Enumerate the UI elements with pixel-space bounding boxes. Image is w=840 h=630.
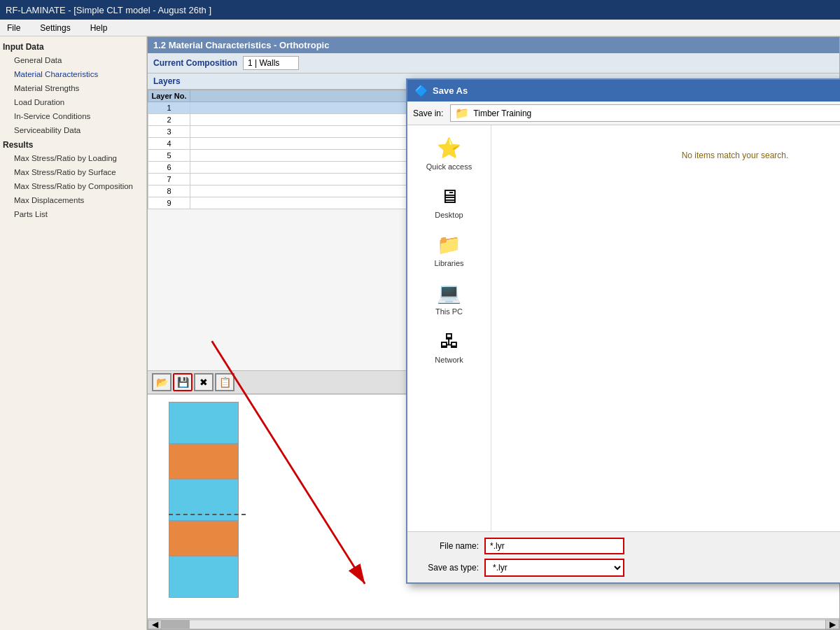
- sidebar-item-max-stress-loading[interactable]: Max Stress/Ratio by Loading: [3, 151, 144, 165]
- title-bar: RF-LAMINATE - [Simple CLT model - August…: [0, 0, 840, 20]
- nav-desktop[interactable]: 🖥 Desktop: [407, 179, 491, 225]
- this-pc-label: This PC: [435, 307, 463, 316]
- dialog-body: ⭐ Quick access 🖥 Desktop 📁 Libraries: [407, 125, 840, 531]
- sidebar-item-material-characteristics[interactable]: Material Characteristics: [3, 67, 144, 81]
- sidebar-item-max-stress-surface[interactable]: Max Stress/Ratio by Surface: [3, 165, 144, 179]
- file-name-input[interactable]: [484, 538, 624, 554]
- sidebar-item-general-data[interactable]: General Data: [3, 53, 144, 67]
- folder-icon: 📁: [455, 106, 469, 120]
- sidebar: Input Data General Data Material Charact…: [0, 36, 147, 630]
- dialog-toolbar: Save in: 📁 Timber Training ▼ ← ↑ 📁 ⊞▼: [407, 102, 840, 125]
- dialog-nav: ⭐ Quick access 🖥 Desktop 📁 Libraries: [407, 125, 491, 531]
- app-title: RF-LAMINATE - [Simple CLT model - August…: [6, 5, 211, 15]
- this-pc-icon: 💻: [437, 281, 461, 304]
- sidebar-item-material-strengths[interactable]: Material Strengths: [3, 81, 144, 95]
- menu-bar: File Settings Help: [0, 20, 840, 36]
- save-as-type-row: Save as type: *.lyr: [416, 559, 840, 577]
- dialog-title: Save As: [433, 85, 468, 96]
- nav-libraries[interactable]: 📁 Libraries: [407, 227, 491, 273]
- sidebar-item-serviceability[interactable]: Serviceability Data: [3, 123, 144, 137]
- dialog-overlay: 🔷 Save As Save in: 📁 Timber Training ▼ ←…: [147, 36, 840, 630]
- no-items-message: No items match your search.: [503, 150, 840, 160]
- sidebar-item-max-displacements[interactable]: Max Displacements: [3, 193, 144, 207]
- dialog-icon: 🔷: [414, 84, 428, 97]
- nav-network[interactable]: 🖧 Network: [407, 324, 491, 370]
- quick-access-label: Quick access: [426, 162, 472, 171]
- sidebar-item-load-duration[interactable]: Load Duration: [3, 95, 144, 109]
- main-layout: Input Data General Data Material Charact…: [0, 36, 840, 630]
- network-label: Network: [435, 356, 463, 364]
- save-dialog: 🔷 Save As Save in: 📁 Timber Training ▼ ←…: [406, 78, 840, 584]
- libraries-label: Libraries: [434, 259, 463, 267]
- desktop-label: Desktop: [435, 211, 463, 219]
- menu-settings[interactable]: Settings: [36, 22, 74, 34]
- dialog-title-bar: 🔷 Save As: [407, 80, 840, 102]
- save-in-value: Timber Training: [473, 108, 840, 118]
- save-in-label: Save in:: [413, 108, 443, 118]
- sidebar-results-section: Results: [3, 140, 144, 150]
- save-as-type-label: Save as type:: [416, 563, 479, 573]
- content-area: 1.2 Material Characteristics - Orthotrop…: [147, 36, 840, 630]
- dialog-footer: File name: Save Cancel Save as type: *.l…: [407, 531, 840, 582]
- network-icon: 🖧: [440, 330, 459, 353]
- sidebar-input-section: Input Data: [3, 42, 144, 52]
- nav-this-pc[interactable]: 💻 This PC: [407, 276, 491, 321]
- sidebar-item-in-service[interactable]: In-Service Conditions: [3, 109, 144, 123]
- save-as-type-select[interactable]: *.lyr: [484, 559, 624, 577]
- save-in-dropdown[interactable]: 📁 Timber Training ▼: [450, 104, 840, 122]
- libraries-icon: 📁: [437, 233, 461, 256]
- nav-quick-access[interactable]: ⭐ Quick access: [407, 131, 491, 176]
- sidebar-item-max-stress-comp[interactable]: Max Stress/Ratio by Composition: [3, 179, 144, 193]
- desktop-icon: 🖥: [440, 185, 459, 208]
- file-name-row: File name: Save Cancel: [416, 538, 840, 554]
- star-icon: ⭐: [437, 136, 461, 160]
- sidebar-item-parts-list[interactable]: Parts List: [3, 207, 144, 221]
- file-name-label: File name:: [416, 541, 479, 551]
- menu-file[interactable]: File: [3, 22, 24, 34]
- dialog-file-content: No items match your search.: [491, 125, 840, 531]
- menu-help[interactable]: Help: [86, 22, 112, 34]
